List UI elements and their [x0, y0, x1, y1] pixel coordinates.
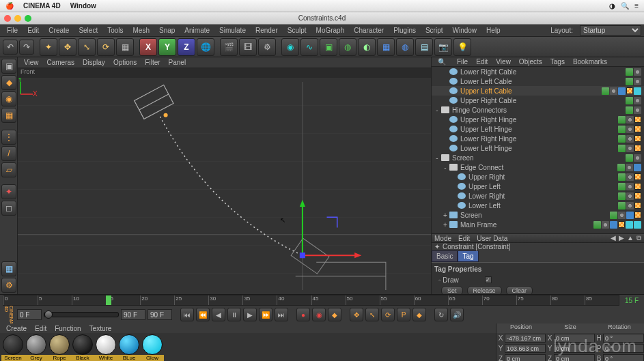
- tag-ico2-icon[interactable]: [634, 87, 641, 95]
- key-param-button[interactable]: P: [397, 308, 410, 321]
- material-list[interactable]: ScreenGreyRopeBlackWhiteBLueGlow: [0, 333, 496, 361]
- play-pause-button[interactable]: ⏸: [227, 308, 241, 321]
- tag-vis-icon[interactable]: [618, 126, 626, 133]
- tag-ico1-icon[interactable]: [618, 87, 626, 95]
- range-slider[interactable]: [44, 312, 119, 317]
- key-rot-button[interactable]: ⟳: [381, 308, 395, 321]
- add-generator2-button[interactable]: ◍: [339, 38, 356, 56]
- add-camera-button[interactable]: 📷: [434, 38, 452, 56]
- draw-checkbox[interactable]: [485, 276, 492, 283]
- om-item[interactable]: +Main Frame: [432, 220, 644, 229]
- mat-menu-texture[interactable]: Texture: [86, 324, 115, 333]
- vp-menu-cameras[interactable]: Cameras: [44, 58, 79, 67]
- om-item[interactable]: +Screen: [432, 210, 644, 220]
- material-item[interactable]: Glow: [141, 334, 164, 361]
- tag-dot-icon[interactable]: [626, 135, 634, 143]
- tag-vis-icon[interactable]: [626, 106, 633, 114]
- apple-icon[interactable]: 🍎: [5, 2, 14, 10]
- om-item[interactable]: Lower Left: [432, 201, 644, 210]
- tag-ico1-icon[interactable]: [634, 164, 641, 171]
- next-frame-button[interactable]: ▶: [243, 308, 257, 321]
- zoom-icon[interactable]: [25, 15, 31, 22]
- mat-menu-function[interactable]: Function: [51, 324, 84, 333]
- play-sound-button[interactable]: 🔊: [450, 308, 464, 321]
- render-settings-button[interactable]: ⚙: [258, 38, 276, 56]
- last-tool[interactable]: ▦: [116, 38, 134, 56]
- playhead[interactable]: [106, 295, 111, 306]
- om-item[interactable]: -Edge Connect: [432, 162, 644, 172]
- om-item[interactable]: -Screen: [432, 153, 644, 162]
- attr-mode-menu[interactable]: Mode: [434, 235, 451, 242]
- tag-dot-icon[interactable]: [626, 164, 633, 171]
- tab-tag[interactable]: Tag: [458, 250, 478, 262]
- snap-settings-button[interactable]: ⚙: [1, 278, 16, 293]
- snap-button[interactable]: ▦: [1, 261, 16, 276]
- tag-chk-icon[interactable]: [618, 221, 625, 228]
- expand-icon[interactable]: +: [443, 212, 448, 219]
- clear-button[interactable]: Clear: [506, 286, 533, 294]
- om-item[interactable]: Lower Left Hinge: [432, 143, 644, 153]
- autokey-button[interactable]: ◉: [312, 308, 326, 321]
- menu-select[interactable]: Select: [74, 25, 102, 35]
- tag-vis-icon[interactable]: [618, 145, 626, 152]
- mat-menu-create[interactable]: Create: [3, 324, 30, 333]
- tag-vis-icon[interactable]: [618, 202, 626, 210]
- add-spline-button[interactable]: ∿: [300, 38, 318, 56]
- points-mode-button[interactable]: ⋮: [1, 130, 16, 145]
- viewport[interactable]: ↖ Y X: [18, 78, 431, 294]
- menu-file[interactable]: File: [3, 25, 22, 35]
- add-generator-button[interactable]: ▣: [320, 38, 337, 56]
- workplane-button[interactable]: ▦: [1, 108, 16, 123]
- menu-sculpt[interactable]: Sculpt: [283, 25, 311, 35]
- vp-menu-panel[interactable]: Panel: [165, 58, 190, 67]
- menu-script[interactable]: Script: [421, 25, 447, 35]
- position-field[interactable]: [505, 354, 546, 361]
- vertical-tab-icon[interactable]: CINEMA 4D: [3, 306, 15, 324]
- tag-chk-icon[interactable]: [634, 192, 641, 199]
- vp-menu-options[interactable]: Options: [110, 58, 140, 67]
- om-item[interactable]: Lower Left Cable: [432, 76, 644, 86]
- attr-userdata-menu[interactable]: User Data: [477, 235, 507, 242]
- tag-vis-icon[interactable]: [618, 116, 626, 124]
- tag-dot-icon[interactable]: [626, 116, 634, 124]
- spotlight-icon[interactable]: 🔍: [621, 2, 629, 10]
- set-button[interactable]: Set: [441, 286, 463, 294]
- window-controls[interactable]: [4, 15, 31, 22]
- release-button[interactable]: Release: [467, 286, 502, 294]
- material-item[interactable]: Grey: [25, 334, 48, 361]
- keyframe-sel-button[interactable]: ◆: [328, 308, 341, 321]
- add-light-button[interactable]: 💡: [453, 38, 471, 56]
- om-menu-view[interactable]: View: [492, 57, 514, 66]
- menu-window[interactable]: Window: [449, 25, 481, 35]
- vp-menu-filter[interactable]: Filter: [141, 58, 163, 67]
- material-item[interactable]: Rope: [48, 334, 71, 361]
- add-environment-button[interactable]: ▤: [415, 38, 433, 56]
- menu-mesh[interactable]: Mesh: [129, 25, 154, 35]
- material-item[interactable]: White: [94, 334, 117, 361]
- tag-dot-icon[interactable]: [626, 145, 634, 152]
- range-start-field[interactable]: [17, 309, 42, 320]
- render-pv-button[interactable]: 🎞: [239, 38, 257, 56]
- tag-chk-icon[interactable]: [634, 135, 641, 142]
- om-search-icon[interactable]: 🔍: [434, 57, 449, 66]
- tag-dot-icon[interactable]: [634, 97, 641, 104]
- goto-next-key-button[interactable]: ⏩: [259, 308, 272, 321]
- scale-tool[interactable]: ⤡: [78, 38, 96, 56]
- app-name[interactable]: CINEMA 4D: [23, 2, 61, 10]
- tag-vis-icon[interactable]: [626, 78, 633, 85]
- make-editable-button[interactable]: ▣: [1, 59, 16, 74]
- om-item[interactable]: Lower Right: [432, 191, 644, 201]
- tag-dot-icon[interactable]: [626, 126, 634, 133]
- mac-menu-window[interactable]: Window: [70, 2, 96, 10]
- om-item[interactable]: Upper Right Cable: [432, 96, 644, 105]
- attr-nav-back-icon[interactable]: ◀: [611, 234, 616, 242]
- attr-edit-menu[interactable]: Edit: [458, 235, 470, 242]
- material-item[interactable]: BLue: [117, 334, 141, 361]
- tag-vis-icon[interactable]: [626, 68, 633, 76]
- tag-chk-icon[interactable]: [634, 116, 641, 123]
- vp-menu-view[interactable]: View: [20, 58, 42, 67]
- tag-vis-icon[interactable]: [593, 221, 601, 229]
- coord-system-button[interactable]: 🌐: [197, 38, 214, 56]
- mat-menu-edit[interactable]: Edit: [31, 324, 50, 333]
- tag-dot-icon[interactable]: [610, 87, 617, 95]
